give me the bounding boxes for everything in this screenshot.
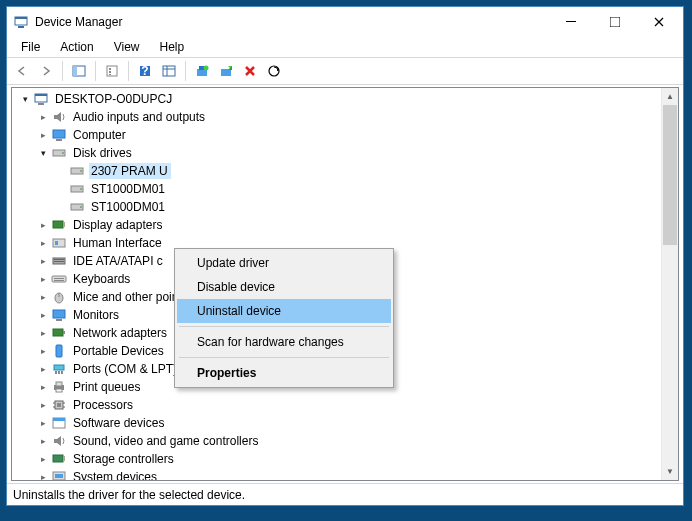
expander-icon[interactable]: ▾ — [36, 146, 50, 160]
update-driver-icon[interactable] — [191, 60, 213, 82]
expander-icon[interactable]: ▸ — [36, 236, 50, 250]
menu-file[interactable]: File — [13, 38, 48, 56]
expander-icon[interactable]: ▸ — [36, 344, 50, 358]
computer-category[interactable]: ▸ Computer — [16, 126, 661, 144]
svg-rect-8 — [109, 68, 111, 70]
system-category[interactable]: ▸ System devices — [16, 468, 661, 480]
expander-icon[interactable]: ▸ — [36, 416, 50, 430]
menu-action[interactable]: Action — [52, 38, 101, 56]
scan-hardware-icon[interactable] — [263, 60, 285, 82]
menu-update-driver[interactable]: Update driver — [177, 251, 391, 275]
svg-rect-50 — [56, 345, 62, 357]
processors-category[interactable]: ▸ Processors — [16, 396, 661, 414]
svg-rect-34 — [53, 221, 63, 228]
expander-icon[interactable]: ▸ — [36, 110, 50, 124]
svg-rect-39 — [54, 259, 64, 260]
properties-button[interactable] — [101, 60, 123, 82]
software-icon — [51, 415, 67, 431]
svg-rect-40 — [54, 261, 64, 262]
root-node[interactable]: ▾ DESKTOP-O0DUPCJ — [16, 90, 661, 108]
display-category[interactable]: ▸ Display adapters — [16, 216, 661, 234]
help-button[interactable]: ? — [134, 60, 156, 82]
svg-rect-70 — [55, 474, 63, 478]
svg-rect-4 — [610, 17, 620, 27]
svg-rect-65 — [53, 418, 65, 421]
menu-scan-hardware[interactable]: Scan for hardware changes — [177, 330, 391, 354]
window-title: Device Manager — [35, 15, 549, 29]
disk-device[interactable]: ST1000DM01 — [16, 180, 661, 198]
maximize-button[interactable] — [593, 8, 637, 36]
svg-rect-37 — [55, 241, 58, 245]
svg-rect-23 — [38, 103, 44, 105]
svg-rect-52 — [55, 371, 57, 374]
svg-rect-48 — [53, 329, 63, 336]
scroll-down-arrow[interactable]: ▼ — [662, 463, 678, 480]
expander-icon[interactable]: ▸ — [36, 380, 50, 394]
separator — [128, 61, 129, 81]
titlebar[interactable]: Device Manager — [7, 7, 683, 37]
expander-icon[interactable]: ▾ — [18, 92, 32, 106]
menu-disable-device[interactable]: Disable device — [177, 275, 391, 299]
display-adapter-icon — [51, 217, 67, 233]
statusbar: Uninstalls the driver for the selected d… — [7, 483, 683, 505]
menu-separator — [179, 357, 389, 358]
separator — [62, 61, 63, 81]
svg-text:?: ? — [141, 64, 148, 78]
minimize-button[interactable] — [549, 8, 593, 36]
menu-properties[interactable]: Properties — [177, 361, 391, 385]
node-label: Keyboards — [71, 271, 133, 287]
expander-icon[interactable]: ▸ — [36, 254, 50, 268]
drive-icon — [69, 163, 85, 179]
expander-icon[interactable]: ▸ — [36, 128, 50, 142]
expander-icon[interactable]: ▸ — [36, 218, 50, 232]
svg-rect-51 — [54, 365, 64, 370]
menu-uninstall-device[interactable]: Uninstall device — [177, 299, 391, 323]
svg-rect-47 — [56, 319, 62, 321]
node-label: IDE ATA/ATAPI c — [71, 253, 166, 269]
software-category[interactable]: ▸ Software devices — [16, 414, 661, 432]
forward-button[interactable] — [35, 60, 57, 82]
svg-rect-9 — [109, 71, 111, 73]
svg-rect-7 — [107, 66, 117, 76]
scroll-thumb[interactable] — [663, 105, 677, 245]
back-button[interactable] — [11, 60, 33, 82]
storage-category[interactable]: ▸ Storage controllers — [16, 450, 661, 468]
disable-device-icon[interactable] — [215, 60, 237, 82]
svg-rect-25 — [56, 139, 62, 141]
node-label: Human Interface — [71, 235, 165, 251]
expander-icon[interactable]: ▸ — [36, 272, 50, 286]
audio-category[interactable]: ▸ Audio inputs and outputs — [16, 108, 661, 126]
expander-icon[interactable]: ▸ — [36, 452, 50, 466]
toolbar: ? — [7, 57, 683, 85]
close-button[interactable] — [637, 8, 681, 36]
expander-icon[interactable]: ▸ — [36, 290, 50, 304]
disk-device[interactable]: ST1000DM01 — [16, 198, 661, 216]
node-label: Sound, video and game controllers — [71, 433, 261, 449]
menu-help[interactable]: Help — [152, 38, 193, 56]
portable-icon — [51, 343, 67, 359]
svg-point-27 — [62, 152, 64, 154]
app-icon — [13, 14, 29, 30]
node-label: Display adapters — [71, 217, 165, 233]
drive-icon — [51, 145, 67, 161]
show-hide-tree-button[interactable] — [68, 60, 90, 82]
scroll-up-arrow[interactable]: ▲ — [662, 88, 678, 105]
svg-rect-67 — [63, 456, 65, 461]
expander-icon[interactable]: ▸ — [36, 470, 50, 480]
printer-icon — [51, 379, 67, 395]
expander-icon[interactable]: ▸ — [36, 326, 50, 340]
expander-icon[interactable]: ▸ — [36, 308, 50, 322]
svg-rect-42 — [54, 278, 64, 279]
sound-category[interactable]: ▸ Sound, video and game controllers — [16, 432, 661, 450]
vertical-scrollbar[interactable]: ▲ ▼ — [661, 88, 678, 480]
expander-icon[interactable]: ▸ — [36, 434, 50, 448]
list-button[interactable] — [158, 60, 180, 82]
expander-icon[interactable]: ▸ — [36, 398, 50, 412]
svg-rect-46 — [53, 310, 65, 318]
expander-icon[interactable]: ▸ — [36, 362, 50, 376]
disk-device[interactable]: 2307 PRAM U — [16, 162, 661, 180]
uninstall-device-icon[interactable] — [239, 60, 261, 82]
svg-rect-13 — [163, 66, 175, 76]
menu-view[interactable]: View — [106, 38, 148, 56]
diskdrives-category[interactable]: ▾ Disk drives — [16, 144, 661, 162]
